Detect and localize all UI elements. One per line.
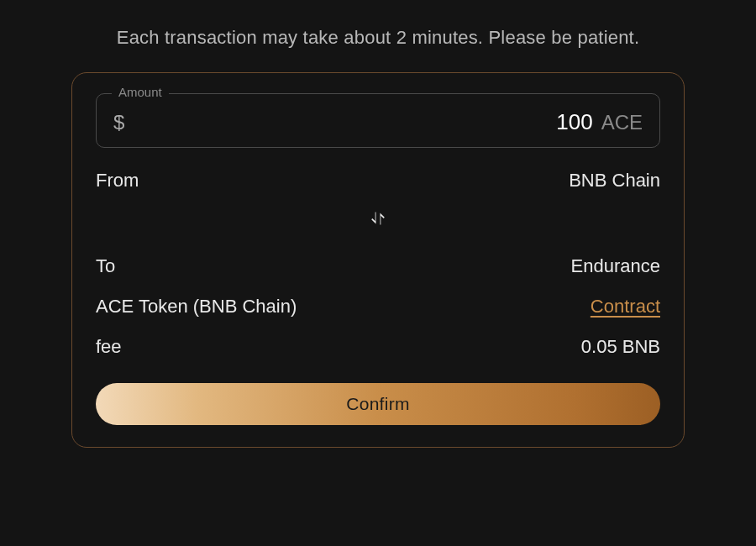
swap-row [96, 210, 660, 230]
amount-field: Amount $ 100 ACE [96, 93, 660, 148]
from-row: From BNB Chain [96, 170, 660, 192]
bridge-card: Amount $ 100 ACE From BNB Chain To Endur… [71, 72, 685, 448]
fee-label: fee [96, 336, 122, 358]
transaction-notice: Each transaction may take about 2 minute… [117, 27, 639, 49]
swap-direction-icon[interactable] [370, 210, 386, 230]
to-value: Endurance [571, 255, 660, 277]
to-label: To [96, 255, 115, 277]
token-label: ACE Token (BNB Chain) [96, 296, 297, 318]
amount-input[interactable] [131, 109, 433, 135]
amount-value: 100 [556, 109, 592, 135]
amount-legend: Amount [112, 85, 169, 99]
from-label: From [96, 170, 139, 192]
fee-value: 0.05 BNB [581, 336, 660, 358]
to-row: To Endurance [96, 255, 660, 277]
from-value: BNB Chain [569, 170, 660, 192]
fee-row: fee 0.05 BNB [96, 336, 660, 358]
contract-link[interactable]: Contract [591, 296, 660, 318]
currency-symbol: $ [113, 111, 124, 134]
amount-right-group: 100 ACE [556, 109, 643, 135]
confirm-button[interactable]: Confirm [96, 383, 660, 425]
token-row: ACE Token (BNB Chain) Contract [96, 296, 660, 318]
amount-left-group: $ [113, 109, 433, 135]
amount-unit: ACE [601, 111, 643, 134]
